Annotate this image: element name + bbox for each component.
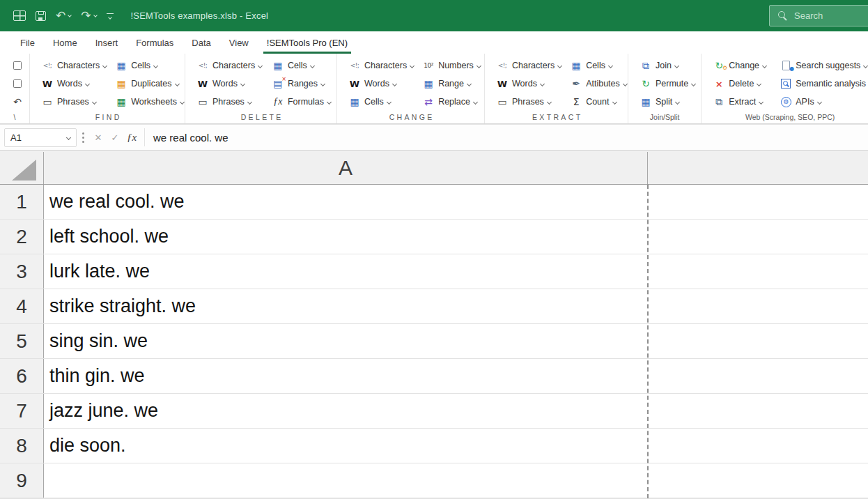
ribbon-change-numbers-button[interactable]: 10²Numbers: [418, 56, 485, 75]
tab-file[interactable]: File: [11, 31, 44, 54]
ribbon-extract-characters-button[interactable]: <!;Characters: [492, 56, 566, 75]
row-header-1[interactable]: 1: [0, 185, 44, 219]
tab-formulas[interactable]: Formulas: [127, 31, 183, 54]
ribbon-change-cells-button[interactable]: ▦Cells: [344, 93, 418, 111]
ribbon-quick-undo-last-macro-button[interactable]: ↶: [7, 93, 28, 111]
ribbon-web-search-suggests-button[interactable]: ●Search suggests: [775, 56, 868, 75]
phrases-icon: ▭: [496, 96, 509, 107]
ribbon-item-label: Extract: [729, 97, 756, 107]
change-web-icon: ↻⚙: [713, 60, 725, 71]
tab-data[interactable]: Data: [183, 31, 219, 54]
ribbon-web-delete-button[interactable]: ×Delete: [708, 75, 775, 93]
ribbon-quick-macro-checkbox-1-button[interactable]: [7, 56, 28, 75]
cell-a5[interactable]: sing sin. we: [44, 324, 868, 358]
ribbon-extract-phrases-button[interactable]: ▭Phrases: [492, 93, 566, 111]
ribbon-web-semantic-analysis-button[interactable]: Semantic analysis: [775, 75, 868, 93]
ribbon-extract-cells-button[interactable]: ▦Cells: [566, 56, 631, 75]
ribbon-item-label: Cells: [288, 61, 307, 70]
enter-button[interactable]: ✓: [107, 128, 123, 146]
cell-a3[interactable]: lurk late. we: [44, 254, 868, 289]
row-header-6[interactable]: 6: [0, 359, 44, 393]
ribbon-delete-words-button[interactable]: WWords: [192, 75, 268, 93]
column-header-row: A: [0, 152, 868, 185]
replace-icon: ⇄: [422, 96, 435, 107]
ribbon-web-change-button[interactable]: ↻⚙Change: [708, 56, 775, 75]
ribbon-delete-formulas-button[interactable]: ƒxFormulas: [268, 93, 335, 111]
ribbon-change-replace-button[interactable]: ⇄Replace: [418, 93, 485, 111]
ribbon-quick-macro-checkbox-2-button[interactable]: [7, 75, 28, 93]
cell-a2[interactable]: left school. we: [44, 220, 868, 254]
row-header-9[interactable]: 9: [0, 463, 44, 498]
redo-dropdown-icon[interactable]: [93, 13, 98, 17]
ribbon-find-characters-button[interactable]: <!;Characters: [37, 56, 111, 75]
cancel-button[interactable]: ✕: [90, 128, 107, 146]
row-header-4[interactable]: 4: [0, 289, 44, 323]
ribbon-change-characters-button[interactable]: <!;Characters: [344, 56, 418, 75]
ribbon-extract-count-button[interactable]: ΣCount: [566, 93, 631, 111]
search-input[interactable]: Search: [769, 5, 868, 26]
tab-home[interactable]: Home: [44, 31, 86, 54]
insert-function-button[interactable]: ƒx: [123, 128, 140, 146]
tab-view[interactable]: View: [220, 31, 258, 54]
formula-input[interactable]: we real cool. we: [148, 132, 868, 144]
ribbon-delete-phrases-button[interactable]: ▭Phrases: [192, 93, 268, 111]
count-icon: Σ: [570, 96, 582, 107]
cell-a6[interactable]: thin gin. we: [44, 359, 868, 393]
name-box-dropdown-icon[interactable]: [66, 135, 71, 139]
ribbon-change-range-button[interactable]: ▦Range: [418, 75, 485, 93]
row-header-7[interactable]: 7: [0, 394, 44, 428]
cell-a4[interactable]: strike straight. we: [44, 289, 868, 323]
tab-semtools-pro-en[interactable]: !SEMTools Pro (EN): [258, 31, 357, 54]
customize-quick-access-toolbar-button[interactable]: [102, 6, 118, 26]
ribbon-find-cells-button[interactable]: ▦Cells: [111, 56, 188, 75]
words-icon: W: [348, 78, 361, 89]
cell-a9[interactable]: [44, 463, 868, 498]
ribbon-joinsplit-split-button[interactable]: ▦Split: [635, 93, 699, 111]
ribbon-find-duplicates-button[interactable]: ▦Duplicates: [111, 75, 188, 93]
select-all-button[interactable]: [0, 152, 44, 184]
chevron-down-icon: [392, 81, 397, 86]
ribbon-extract-attibutes-button[interactable]: ✒Attibutes: [566, 75, 631, 93]
chevron-down-icon: [612, 99, 617, 104]
name-box[interactable]: A1: [4, 128, 77, 147]
ribbon-extract-words-button[interactable]: WWords: [492, 75, 566, 93]
row-header-5[interactable]: 5: [0, 324, 44, 358]
save-button[interactable]: [31, 6, 51, 26]
characters-icon: <!;: [496, 60, 509, 71]
ribbon-delete-cells-button[interactable]: ▦Cells: [268, 56, 335, 75]
ribbon-find-words-button[interactable]: WWords: [37, 75, 111, 93]
chevron-down-icon: [608, 63, 613, 68]
column-header-rest[interactable]: [648, 152, 868, 184]
row-header-3[interactable]: 3: [0, 254, 44, 289]
formula-bar-splitter[interactable]: [82, 132, 84, 143]
ribbon-item-label: Words: [512, 79, 537, 89]
undo-dropdown-icon[interactable]: [68, 13, 72, 17]
ribbon-joinsplit-permute-button[interactable]: ↻Permute: [635, 75, 699, 93]
ribbon-item-label: Words: [57, 79, 82, 89]
ribbon-delete-characters-button[interactable]: <!;Characters: [192, 56, 268, 75]
ribbon-find-worksheets-button[interactable]: ▦Worksheets: [111, 93, 188, 111]
chevron-down-icon: [258, 63, 263, 68]
cell-a1[interactable]: we real cool. we: [44, 185, 868, 219]
ribbon-item-label: Words: [212, 79, 238, 89]
tab-insert[interactable]: Insert: [86, 31, 127, 54]
ribbon-web-extract-button[interactable]: ⧉Extract: [708, 93, 775, 111]
row-header-2[interactable]: 2: [0, 220, 44, 254]
ribbon-web-apis-button[interactable]: ⚙APIs: [775, 93, 868, 111]
ribbon-joinsplit-join-button[interactable]: ⧉Join: [635, 56, 699, 75]
ribbon-item-label: Cells: [586, 61, 605, 70]
undo-button[interactable]: ↶: [51, 6, 76, 26]
ribbon-change-words-button[interactable]: WWords: [344, 75, 418, 93]
table-row: 5sing sin. we: [0, 324, 868, 359]
grid-blue-icon: ▦: [570, 60, 582, 71]
column-header-a[interactable]: A: [44, 152, 648, 184]
redo-button[interactable]: ↷: [76, 6, 101, 26]
title-bar: ↶ ↷ !SEMTools examples.xlsb - Excel Sear…: [0, 0, 868, 31]
search-placeholder: Search: [794, 10, 823, 21]
cell-a8[interactable]: die soon.: [44, 429, 868, 463]
checkbox-icon: [11, 78, 24, 89]
ribbon-delete-ranges-button[interactable]: ▤×Ranges: [268, 75, 335, 93]
row-header-8[interactable]: 8: [0, 429, 44, 463]
ribbon-find-phrases-button[interactable]: ▭Phrases: [37, 93, 111, 111]
cell-a7[interactable]: jazz june. we: [44, 394, 868, 428]
